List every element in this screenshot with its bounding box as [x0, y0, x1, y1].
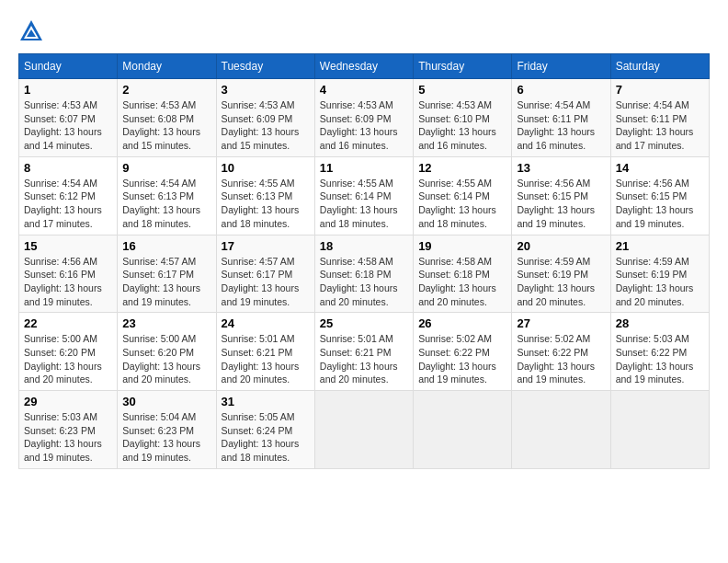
- day-info: Sunrise: 4:57 AMSunset: 6:17 PMDaylight:…: [122, 255, 210, 309]
- day-info: Sunrise: 5:01 AMSunset: 6:21 PMDaylight:…: [320, 332, 408, 386]
- calendar-cell: 3Sunrise: 4:53 AMSunset: 6:09 PMDaylight…: [216, 79, 314, 157]
- day-number: 31: [222, 395, 310, 408]
- day-info: Sunrise: 5:00 AMSunset: 6:20 PMDaylight:…: [24, 332, 112, 386]
- day-info: Sunrise: 5:02 AMSunset: 6:22 PMDaylight:…: [418, 332, 506, 386]
- day-number: 21: [616, 239, 704, 253]
- calendar-cell: 9Sunrise: 4:54 AMSunset: 6:13 PMDaylight…: [118, 156, 216, 235]
- calendar-cell: 6Sunrise: 4:54 AMSunset: 6:11 PMDaylight…: [512, 79, 610, 157]
- calendar-cell: 20Sunrise: 4:59 AMSunset: 6:19 PMDayligh…: [512, 235, 610, 313]
- day-number: 22: [24, 316, 112, 330]
- calendar-table: SundayMondayTuesdayWednesdayThursdayFrid…: [18, 53, 710, 469]
- day-number: 25: [320, 316, 408, 330]
- calendar-cell: [414, 391, 512, 469]
- day-number: 29: [24, 395, 112, 408]
- day-info: Sunrise: 4:59 AMSunset: 6:19 PMDaylight:…: [616, 255, 704, 309]
- calendar-cell: 25Sunrise: 5:01 AMSunset: 6:21 PMDayligh…: [314, 313, 413, 391]
- calendar-cell: 18Sunrise: 4:58 AMSunset: 6:18 PMDayligh…: [314, 235, 413, 313]
- day-info: Sunrise: 5:04 AMSunset: 6:23 PMDaylight:…: [122, 410, 210, 465]
- col-header-tuesday: Tuesday: [216, 54, 314, 79]
- day-info: Sunrise: 5:03 AMSunset: 6:23 PMDaylight:…: [24, 410, 112, 465]
- calendar-cell: 27Sunrise: 5:02 AMSunset: 6:22 PMDayligh…: [512, 313, 610, 391]
- calendar-cell: [610, 391, 709, 469]
- day-number: 28: [616, 316, 704, 330]
- day-number: 6: [517, 83, 605, 97]
- calendar-cell: 28Sunrise: 5:03 AMSunset: 6:22 PMDayligh…: [610, 313, 709, 391]
- calendar-cell: 15Sunrise: 4:56 AMSunset: 6:16 PMDayligh…: [19, 235, 118, 313]
- calendar-cell: 29Sunrise: 5:03 AMSunset: 6:23 PMDayligh…: [19, 391, 118, 469]
- day-number: 27: [517, 316, 605, 330]
- day-info: Sunrise: 5:01 AMSunset: 6:21 PMDaylight:…: [222, 332, 310, 386]
- col-header-saturday: Saturday: [610, 54, 709, 79]
- calendar-cell: 8Sunrise: 4:54 AMSunset: 6:12 PMDaylight…: [19, 156, 118, 235]
- day-info: Sunrise: 4:56 AMSunset: 6:15 PMDaylight:…: [616, 177, 704, 231]
- day-number: 7: [616, 83, 704, 97]
- day-info: Sunrise: 4:54 AMSunset: 6:11 PMDaylight:…: [616, 98, 704, 153]
- day-number: 15: [24, 239, 112, 253]
- day-info: Sunrise: 4:55 AMSunset: 6:14 PMDaylight:…: [418, 177, 506, 231]
- day-info: Sunrise: 4:56 AMSunset: 6:15 PMDaylight:…: [517, 177, 605, 231]
- calendar-cell: 22Sunrise: 5:00 AMSunset: 6:20 PMDayligh…: [19, 313, 118, 391]
- day-info: Sunrise: 4:58 AMSunset: 6:18 PMDaylight:…: [320, 255, 408, 309]
- day-number: 5: [418, 83, 506, 97]
- day-info: Sunrise: 4:56 AMSunset: 6:16 PMDaylight:…: [24, 255, 112, 309]
- day-info: Sunrise: 4:59 AMSunset: 6:19 PMDaylight:…: [517, 255, 605, 309]
- day-number: 8: [24, 161, 112, 175]
- day-number: 30: [122, 395, 210, 408]
- day-number: 14: [616, 161, 704, 175]
- day-number: 1: [24, 83, 112, 97]
- day-info: Sunrise: 4:54 AMSunset: 6:11 PMDaylight:…: [517, 98, 605, 153]
- calendar-week-1: 1Sunrise: 4:53 AMSunset: 6:07 PMDaylight…: [19, 79, 710, 157]
- day-info: Sunrise: 4:53 AMSunset: 6:08 PMDaylight:…: [122, 98, 210, 153]
- calendar-week-5: 29Sunrise: 5:03 AMSunset: 6:23 PMDayligh…: [19, 391, 710, 469]
- day-info: Sunrise: 4:57 AMSunset: 6:17 PMDaylight:…: [222, 255, 310, 309]
- logo-icon: [18, 18, 44, 44]
- calendar-cell: 5Sunrise: 4:53 AMSunset: 6:10 PMDaylight…: [414, 79, 512, 157]
- calendar-cell: [314, 391, 413, 469]
- calendar-cell: 19Sunrise: 4:58 AMSunset: 6:18 PMDayligh…: [414, 235, 512, 313]
- calendar-cell: 13Sunrise: 4:56 AMSunset: 6:15 PMDayligh…: [512, 156, 610, 235]
- calendar-cell: 4Sunrise: 4:53 AMSunset: 6:09 PMDaylight…: [314, 79, 413, 157]
- col-header-wednesday: Wednesday: [314, 54, 413, 79]
- day-number: 12: [418, 161, 506, 175]
- day-number: 18: [320, 239, 408, 253]
- col-header-thursday: Thursday: [414, 54, 512, 79]
- day-info: Sunrise: 5:00 AMSunset: 6:20 PMDaylight:…: [122, 332, 210, 386]
- day-info: Sunrise: 5:02 AMSunset: 6:22 PMDaylight:…: [517, 332, 605, 386]
- day-info: Sunrise: 4:53 AMSunset: 6:10 PMDaylight:…: [418, 98, 506, 153]
- day-number: 26: [418, 316, 506, 330]
- logo: [18, 18, 48, 44]
- calendar-cell: 16Sunrise: 4:57 AMSunset: 6:17 PMDayligh…: [118, 235, 216, 313]
- calendar-cell: 30Sunrise: 5:04 AMSunset: 6:23 PMDayligh…: [118, 391, 216, 469]
- calendar-cell: 11Sunrise: 4:55 AMSunset: 6:14 PMDayligh…: [314, 156, 413, 235]
- day-info: Sunrise: 4:54 AMSunset: 6:13 PMDaylight:…: [122, 177, 210, 231]
- day-info: Sunrise: 4:53 AMSunset: 6:07 PMDaylight:…: [24, 98, 112, 153]
- day-number: 20: [517, 239, 605, 253]
- calendar-cell: 23Sunrise: 5:00 AMSunset: 6:20 PMDayligh…: [118, 313, 216, 391]
- calendar-cell: 21Sunrise: 4:59 AMSunset: 6:19 PMDayligh…: [610, 235, 709, 313]
- day-info: Sunrise: 4:53 AMSunset: 6:09 PMDaylight:…: [222, 98, 310, 153]
- day-info: Sunrise: 5:03 AMSunset: 6:22 PMDaylight:…: [616, 332, 704, 386]
- calendar-cell: [512, 391, 610, 469]
- day-info: Sunrise: 4:55 AMSunset: 6:13 PMDaylight:…: [222, 177, 310, 231]
- day-number: 2: [122, 83, 210, 97]
- day-info: Sunrise: 4:55 AMSunset: 6:14 PMDaylight:…: [320, 177, 408, 231]
- calendar-week-2: 8Sunrise: 4:54 AMSunset: 6:12 PMDaylight…: [19, 156, 710, 235]
- day-number: 11: [320, 161, 408, 175]
- calendar-cell: 17Sunrise: 4:57 AMSunset: 6:17 PMDayligh…: [216, 235, 314, 313]
- day-number: 16: [122, 239, 210, 253]
- calendar-cell: 1Sunrise: 4:53 AMSunset: 6:07 PMDaylight…: [19, 79, 118, 157]
- calendar-cell: 12Sunrise: 4:55 AMSunset: 6:14 PMDayligh…: [414, 156, 512, 235]
- day-number: 23: [122, 316, 210, 330]
- day-number: 3: [222, 83, 310, 97]
- calendar-cell: 14Sunrise: 4:56 AMSunset: 6:15 PMDayligh…: [610, 156, 709, 235]
- day-info: Sunrise: 4:58 AMSunset: 6:18 PMDaylight:…: [418, 255, 506, 309]
- day-info: Sunrise: 4:53 AMSunset: 6:09 PMDaylight:…: [320, 98, 408, 153]
- calendar-cell: 31Sunrise: 5:05 AMSunset: 6:24 PMDayligh…: [216, 391, 314, 469]
- col-header-monday: Monday: [118, 54, 216, 79]
- calendar-cell: 24Sunrise: 5:01 AMSunset: 6:21 PMDayligh…: [216, 313, 314, 391]
- day-number: 9: [122, 161, 210, 175]
- day-info: Sunrise: 5:05 AMSunset: 6:24 PMDaylight:…: [222, 410, 310, 465]
- col-header-sunday: Sunday: [19, 54, 118, 79]
- day-number: 17: [222, 239, 310, 253]
- col-header-friday: Friday: [512, 54, 610, 79]
